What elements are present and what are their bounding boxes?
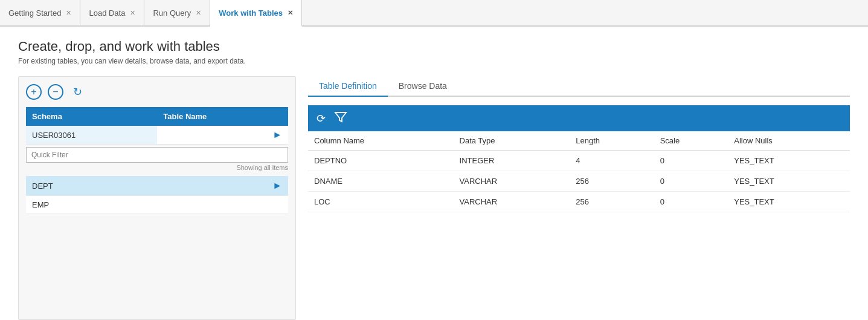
quick-filter-row: Showing all items [26,145,288,177]
dept-expand-icon[interactable]: ► [272,180,282,191]
tab-run-query-label: Run Query [153,8,191,18]
def-cell-dname-nulls: YES_TEXT [728,171,850,192]
def-row-loc: LOC VARCHAR 256 0 YES_TEXT [308,192,850,212]
def-cell-loc-type: VARCHAR [454,192,570,212]
schema-name-cell: USER03061 [26,126,157,145]
col-header-scale: Scale [654,131,728,151]
refresh-button[interactable]: ↻ [69,84,85,100]
schema-name: USER03061 [32,131,76,140]
toolbar: + − ↻ [26,84,288,100]
def-row-dname: DNAME VARCHAR 256 0 YES_TEXT [308,171,850,192]
main-content: Create, drop, and work with tables For e… [0,27,868,320]
def-filter-icon[interactable] [334,110,347,126]
col-header-length: Length [570,131,654,151]
tab-work-with-tables[interactable]: Work with Tables ✕ [210,0,302,27]
emp-expand-cell [157,196,288,214]
tabs-bar: Getting Started ✕ Load Data ✕ Run Query … [0,0,868,27]
right-panel: Table Definition Browse Data ⟳ [308,76,850,320]
page-title: Create, drop, and work with tables [18,39,850,54]
schema-table-header-row: Schema Table Name [26,107,288,126]
schema-expand-icon[interactable]: ► [272,129,282,140]
tab-browse-data-label: Browse Data [399,81,447,91]
inner-tabs: Table Definition Browse Data [308,76,850,97]
schema-column-header: Schema [26,107,157,126]
definition-toolbar: ⟳ [308,105,850,131]
content-area: + − ↻ Schema Table Name USER03061 [18,76,850,320]
close-getting-started-icon[interactable]: ✕ [66,9,71,17]
tab-getting-started-label: Getting Started [8,8,61,18]
def-cell-dname-scale: 0 [654,171,728,192]
close-load-data-icon[interactable]: ✕ [130,9,135,17]
schema-row[interactable]: USER03061 ► [26,126,288,145]
schema-table: Schema Table Name USER03061 ► [26,107,288,214]
quick-filter-input[interactable] [26,147,288,163]
def-row-deptno: DEPTNO INTEGER 4 0 YES_TEXT [308,151,850,171]
table-row-dept[interactable]: DEPT ► [26,176,288,196]
col-header-data-type: Data Type [454,131,570,151]
def-cell-dname-length: 256 [570,171,654,192]
close-run-query-icon[interactable]: ✕ [196,9,201,17]
add-table-button[interactable]: + [26,84,42,100]
table-name-emp: EMP [26,196,157,214]
tab-table-definition[interactable]: Table Definition [308,76,388,97]
schema-expand-cell[interactable]: ► [157,126,288,145]
def-cell-deptno-type: INTEGER [454,151,570,171]
table-row-emp[interactable]: EMP [26,196,288,214]
tab-table-definition-label: Table Definition [319,81,377,91]
def-cell-deptno-scale: 0 [654,151,728,171]
close-work-with-tables-icon[interactable]: ✕ [288,9,293,17]
col-header-allow-nulls: Allow Nulls [728,131,850,151]
definition-table-header-row: Column Name Data Type Length Scale Allow… [308,131,850,151]
def-cell-loc-name: LOC [308,192,454,212]
tab-browse-data[interactable]: Browse Data [388,76,458,97]
def-cell-dname-type: VARCHAR [454,171,570,192]
quick-filter-cell: Showing all items [26,145,288,177]
definition-table: Column Name Data Type Length Scale Allow… [308,131,850,212]
dept-expand-cell[interactable]: ► [157,176,288,196]
def-cell-dname-name: DNAME [308,171,454,192]
showing-all-label: Showing all items [26,163,288,174]
table-name-column-header: Table Name [157,107,288,126]
tab-load-data[interactable]: Load Data ✕ [80,0,144,25]
tab-work-with-tables-label: Work with Tables [219,8,283,18]
def-cell-deptno-length: 4 [570,151,654,171]
tab-getting-started[interactable]: Getting Started ✕ [0,0,80,25]
remove-table-button[interactable]: − [48,84,63,100]
page-subtitle: For existing tables, you can view detail… [18,57,850,65]
def-cell-loc-nulls: YES_TEXT [728,192,850,212]
def-cell-loc-length: 256 [570,192,654,212]
col-header-column-name: Column Name [308,131,454,151]
def-cell-loc-scale: 0 [654,192,728,212]
tab-load-data-label: Load Data [89,8,125,18]
left-panel: + − ↻ Schema Table Name USER03061 [18,76,296,320]
def-cell-deptno-nulls: YES_TEXT [728,151,850,171]
tab-run-query[interactable]: Run Query ✕ [144,0,210,25]
def-cell-deptno-name: DEPTNO [308,151,454,171]
table-name-dept: DEPT [26,176,157,196]
def-refresh-icon[interactable]: ⟳ [317,112,326,125]
